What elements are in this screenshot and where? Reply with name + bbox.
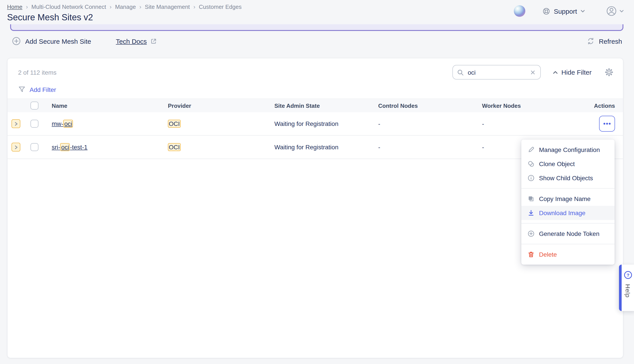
breadcrumb-multi-cloud[interactable]: Multi-Cloud Network Connect xyxy=(31,4,106,10)
table-row: mw-oci OCI Waiting for Registration - - xyxy=(8,112,623,136)
add-secure-mesh-site-label: Add Secure Mesh Site xyxy=(25,37,91,45)
funnel-icon xyxy=(18,86,26,93)
search-box xyxy=(452,65,540,80)
provider-value: OCI xyxy=(168,143,181,151)
breadcrumb-separator-icon: › xyxy=(110,4,112,10)
top-header: Home › Multi-Cloud Network Connect › Man… xyxy=(0,0,634,24)
column-header-name[interactable]: Name xyxy=(44,102,161,109)
hide-filter-label: Hide Filter xyxy=(561,68,592,76)
breadcrumb-site-management[interactable]: Site Management xyxy=(145,4,190,10)
column-header-control-nodes[interactable]: Control Nodes xyxy=(371,102,475,109)
column-header-actions: Actions xyxy=(579,102,623,109)
row-actions-button[interactable] xyxy=(599,116,615,132)
help-tab[interactable]: ? Help xyxy=(619,264,634,311)
site-admin-state-value: Waiting for Registration xyxy=(267,144,371,151)
plus-circle-icon xyxy=(12,37,21,46)
table-settings-button[interactable] xyxy=(605,68,613,76)
row-checkbox[interactable] xyxy=(30,120,38,128)
site-admin-state-value: Waiting for Registration xyxy=(267,120,371,127)
menu-item-delete[interactable]: Delete xyxy=(521,248,614,262)
user-avatar-icon xyxy=(606,5,617,17)
worker-nodes-value: - xyxy=(475,120,579,127)
toolbar: Add Secure Mesh Site Tech Docs Refresh xyxy=(0,33,634,50)
row-expander-chevron-icon[interactable] xyxy=(12,119,20,128)
refresh-label: Refresh xyxy=(599,37,622,45)
download-icon xyxy=(528,210,534,216)
site-name-link[interactable]: mw-oci xyxy=(52,120,73,128)
menu-item-manage-configuration[interactable]: Manage Configuration xyxy=(521,143,614,157)
breadcrumb-home[interactable]: Home xyxy=(7,4,22,10)
plus-circle-icon xyxy=(528,230,534,237)
question-mark-icon: ? xyxy=(623,270,632,280)
menu-item-download-image[interactable]: Download Image xyxy=(521,206,614,220)
add-filter-label: Add Filter xyxy=(30,86,56,93)
secure-mesh-sites-page: Home › Multi-Cloud Network Connect › Man… xyxy=(0,0,634,364)
assistant-orb-icon[interactable] xyxy=(514,5,526,17)
support-label: Support xyxy=(554,7,577,15)
table-controls: 2 of 112 items xyxy=(8,58,623,80)
gear-icon xyxy=(605,68,613,76)
add-filter-button[interactable]: Add Filter xyxy=(8,80,623,98)
breadcrumb-separator-icon: › xyxy=(140,4,142,10)
refresh-button[interactable]: Refresh xyxy=(587,37,622,45)
breadcrumb-separator-icon: › xyxy=(26,4,28,10)
clear-search-icon[interactable] xyxy=(529,69,536,76)
tech-docs-link[interactable]: Tech Docs xyxy=(116,37,157,45)
life-ring-icon xyxy=(542,7,551,15)
help-label: Help xyxy=(624,284,631,298)
add-secure-mesh-site-button[interactable]: Add Secure Mesh Site xyxy=(12,37,91,46)
breadcrumb-manage[interactable]: Manage xyxy=(115,4,136,10)
breadcrumb-separator-icon: › xyxy=(193,4,195,10)
select-all-checkbox[interactable] xyxy=(30,102,38,110)
row-actions-context-menu: Manage Configuration Clone Object Sho xyxy=(521,140,614,264)
external-link-icon xyxy=(150,38,157,44)
svg-text:?: ? xyxy=(626,272,629,278)
clone-icon xyxy=(528,160,534,168)
site-name-link[interactable]: sri-oci-test-1 xyxy=(52,143,88,151)
info-icon xyxy=(528,174,534,182)
search-input[interactable] xyxy=(467,68,529,76)
collapsed-banner xyxy=(10,24,624,31)
account-menu[interactable] xyxy=(606,5,624,17)
refresh-icon xyxy=(587,37,595,45)
menu-item-generate-node-token[interactable]: Generate Node Token xyxy=(521,226,614,241)
menu-item-show-child-objects[interactable]: Show Child Objects xyxy=(521,171,614,185)
control-nodes-value: - xyxy=(371,120,475,127)
column-header-provider[interactable]: Provider xyxy=(161,102,267,109)
chevron-up-icon xyxy=(552,69,558,75)
chevron-down-icon xyxy=(619,8,624,14)
row-checkbox[interactable] xyxy=(30,143,38,151)
menu-item-copy-image-name[interactable]: Copy Image Name xyxy=(521,192,614,206)
control-nodes-value: - xyxy=(371,144,475,151)
menu-item-clone-object[interactable]: Clone Object xyxy=(521,157,614,171)
column-header-worker-nodes[interactable]: Worker Nodes xyxy=(475,102,579,109)
hide-filter-toggle[interactable]: Hide Filter xyxy=(552,68,592,76)
search-icon xyxy=(456,69,464,76)
support-menu[interactable]: Support xyxy=(542,7,586,15)
items-count: 2 of 112 items xyxy=(18,69,56,76)
search-match-highlight: oci xyxy=(64,120,73,128)
table-controls-right: Hide Filter xyxy=(452,65,614,80)
trash-icon xyxy=(528,251,534,258)
table-header-row: Name Provider Site Admin State Control N… xyxy=(8,98,623,112)
row-expander-chevron-icon[interactable] xyxy=(12,143,20,152)
provider-value: OCI xyxy=(168,120,181,128)
tech-docs-label: Tech Docs xyxy=(116,37,147,45)
column-header-site-admin-state[interactable]: Site Admin State xyxy=(267,102,371,109)
pencil-icon xyxy=(528,146,534,153)
chevron-down-icon xyxy=(580,8,586,14)
search-match-highlight: oci xyxy=(60,143,70,151)
header-right-cluster: Support xyxy=(514,5,624,17)
copy-icon xyxy=(528,195,534,202)
breadcrumb-customer-edges[interactable]: Customer Edges xyxy=(199,4,242,10)
